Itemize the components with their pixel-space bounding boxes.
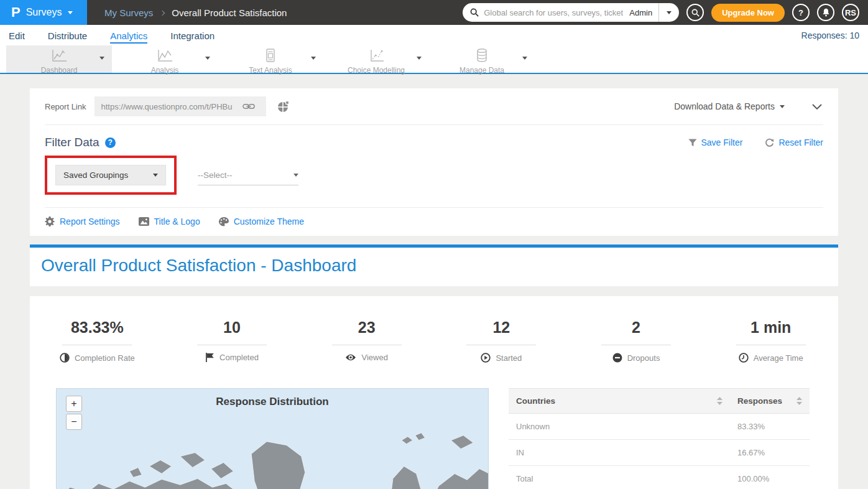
- product-name: Surveys: [26, 7, 62, 18]
- play-circle-icon: [481, 353, 491, 363]
- top-bar: P Surveys My Surveys Overall Product Sat…: [0, 0, 868, 25]
- search-scope-label: Admin: [623, 8, 658, 17]
- table-row: Total 100.00%: [509, 466, 810, 489]
- report-url-input[interactable]: [101, 102, 242, 111]
- customize-theme-link[interactable]: Customize Theme: [219, 217, 304, 226]
- tab-distribute[interactable]: Distribute: [48, 27, 87, 44]
- funnel-icon: [688, 139, 697, 147]
- filter-data-title: Filter Data: [45, 136, 99, 149]
- embed-globe-icon: [277, 100, 290, 113]
- world-map[interactable]: [57, 419, 489, 489]
- dashboard-title-panel: Overall Product Satisfaction - Dashboard: [30, 248, 838, 286]
- countries-table-panel: Countries: [509, 388, 810, 489]
- report-link-field[interactable]: [95, 96, 266, 116]
- annotation-highlight-box: Saved Groupings: [45, 156, 177, 195]
- reset-icon: [765, 138, 774, 147]
- analytics-toolbar: Dashboard Analysis Text Analysis Choice …: [0, 45, 868, 74]
- chevron-down-icon[interactable]: [205, 57, 210, 60]
- filter-help-icon[interactable]: ?: [105, 137, 116, 148]
- notifications-button[interactable]: [817, 4, 834, 21]
- toolbar-dashboard[interactable]: Dashboard: [6, 45, 112, 73]
- collapse-panel-button[interactable]: [812, 104, 822, 109]
- line-chart-icon: [48, 48, 70, 63]
- image-icon: [139, 217, 149, 226]
- chevron-down-icon: [293, 174, 298, 177]
- table-row: IN 16.67%: [509, 440, 810, 466]
- choice-chart-icon: [366, 48, 387, 63]
- breadcrumb: My Surveys Overall Product Satisfaction: [104, 7, 287, 18]
- response-distribution-map[interactable]: Response Distribution + −: [56, 388, 489, 489]
- gear-icon: [45, 217, 55, 226]
- toolbar-text-analysis[interactable]: Text Analysis: [218, 45, 323, 73]
- tab-analytics[interactable]: Analytics: [110, 27, 147, 44]
- global-search-input[interactable]: [484, 8, 623, 17]
- database-icon: [471, 48, 492, 63]
- chevron-down-icon: [68, 11, 73, 14]
- reset-filter-button[interactable]: Reset Filter: [765, 137, 823, 147]
- toolbar-analysis[interactable]: Analysis: [112, 45, 218, 73]
- chevron-down-icon[interactable]: [311, 57, 316, 60]
- toolbar-manage-data[interactable]: Manage Data: [429, 45, 535, 73]
- stat-average-time: 1 min Average Time: [703, 319, 838, 363]
- countries-header: Countries: [509, 389, 730, 414]
- title-logo-link[interactable]: Title & Logo: [139, 217, 200, 226]
- clock-icon: [739, 353, 749, 363]
- stat-dropouts: 2 Dropouts: [569, 319, 704, 363]
- questionpro-logo: P: [11, 4, 20, 21]
- search-button[interactable]: [686, 4, 704, 21]
- chevron-down-icon: [780, 105, 785, 108]
- embed-report-button[interactable]: [277, 100, 290, 113]
- tab-edit[interactable]: Edit: [9, 27, 25, 44]
- search-icon: [691, 9, 699, 17]
- page-title: Overall Product Satisfaction - Dashboard: [41, 256, 827, 276]
- breadcrumb-my-surveys[interactable]: My Surveys: [104, 7, 153, 18]
- eye-icon: [345, 353, 356, 361]
- saved-groupings-dropdown[interactable]: Saved Groupings: [55, 165, 166, 185]
- flag-icon: [205, 353, 215, 362]
- global-search-bar[interactable]: Admin: [463, 3, 679, 22]
- breadcrumb-current-survey: Overall Product Satisfaction: [172, 7, 287, 18]
- dashboard-body-panel: 83.33% Completion Rate 10: [30, 296, 838, 489]
- sort-icon[interactable]: [792, 397, 802, 405]
- download-data-reports-dropdown[interactable]: Download Data & Reports: [674, 101, 785, 111]
- palette-icon: [219, 217, 229, 226]
- search-scope-dropdown[interactable]: [659, 3, 679, 22]
- help-button[interactable]: ?: [792, 4, 810, 21]
- stat-started: 12 Started: [434, 319, 569, 363]
- stat-viewed: 23 Viewed: [299, 319, 434, 363]
- save-filter-button[interactable]: Save Filter: [688, 137, 743, 147]
- responses-count: Responses: 10: [801, 30, 859, 40]
- map-title: Response Distribution: [57, 396, 488, 408]
- report-settings-link[interactable]: Report Settings: [45, 217, 120, 226]
- chevron-right-icon: [160, 10, 165, 15]
- topbar-actions: Admin Upgrade Now ? RS: [463, 3, 868, 22]
- map-zoom-in-button[interactable]: +: [66, 396, 82, 412]
- table-row: Unknown 83.33%: [509, 414, 810, 440]
- search-icon: [470, 8, 479, 17]
- chevron-down-icon[interactable]: [522, 57, 527, 60]
- report-filter-panel: Report Link Download Dat: [30, 88, 838, 236]
- surveys-product-menu[interactable]: P Surveys: [0, 0, 87, 25]
- survey-nav: Edit Distribute Analytics Integration Re…: [0, 25, 868, 45]
- chevron-down-icon[interactable]: [99, 57, 104, 60]
- stat-completion-rate: 83.33% Completion Rate: [30, 319, 165, 363]
- user-avatar[interactable]: RS: [842, 4, 859, 21]
- text-document-icon: [260, 48, 281, 63]
- segment-select-dropdown[interactable]: --Select--: [198, 165, 298, 185]
- bell-icon: [822, 8, 830, 17]
- tab-integration[interactable]: Integration: [170, 27, 215, 44]
- chevron-down-icon: [812, 104, 822, 109]
- stats-row: 83.33% Completion Rate 10: [30, 319, 838, 363]
- toolbar-choice-modelling[interactable]: Choice Modelling: [323, 45, 429, 73]
- minus-circle-icon: [612, 353, 622, 363]
- report-link-label: Report Link: [45, 102, 86, 111]
- sort-icon[interactable]: [712, 397, 723, 405]
- link-icon[interactable]: [242, 103, 255, 110]
- chevron-down-icon: [153, 174, 158, 177]
- upgrade-now-button[interactable]: Upgrade Now: [711, 4, 785, 22]
- chevron-down-icon[interactable]: [417, 57, 422, 60]
- responses-header: Responses: [730, 389, 810, 414]
- analysis-chart-icon: [154, 48, 175, 63]
- completion-rate-icon: [60, 353, 70, 363]
- countries-table: Countries: [509, 388, 810, 489]
